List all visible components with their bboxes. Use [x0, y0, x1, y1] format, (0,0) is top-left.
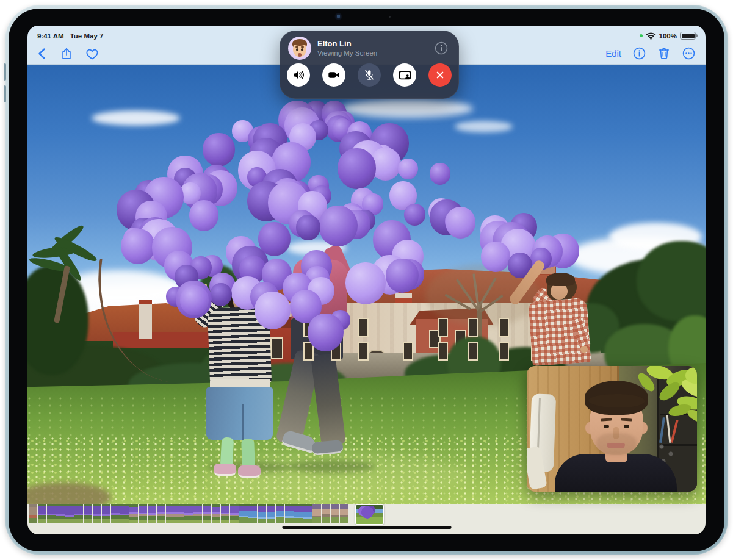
balloon: [308, 314, 344, 351]
balloon: [338, 148, 376, 189]
status-date: Tue May 7: [70, 32, 104, 40]
screen-share-icon: [398, 68, 412, 82]
facetime-info-button[interactable]: [433, 40, 449, 56]
balloon: [210, 283, 232, 306]
trash-icon: [657, 46, 671, 60]
ellipsis-circle-icon: [682, 46, 696, 60]
video-button[interactable]: [322, 63, 345, 87]
filmstrip-frame[interactable]: [276, 504, 284, 523]
filmstrip-frame[interactable]: [248, 504, 257, 523]
front-camera: [334, 13, 342, 21]
filmstrip-frame[interactable]: [29, 504, 37, 523]
kid2-hand: [580, 346, 588, 353]
pip-mouth: [607, 443, 625, 448]
filmstrip-frame[interactable]: [184, 504, 193, 523]
filmstrip-frame[interactable]: [111, 504, 120, 523]
back-button[interactable]: [36, 47, 48, 60]
filmstrip-frame[interactable]: [331, 504, 339, 523]
end-call-button[interactable]: [428, 63, 452, 87]
filmstrip-frame[interactable]: [322, 504, 330, 523]
info-button[interactable]: [632, 46, 646, 60]
heart-icon: [85, 47, 99, 60]
filmstrip-frame[interactable]: [267, 504, 275, 523]
filmstrip-frame[interactable]: [157, 504, 165, 523]
share-icon: [60, 46, 73, 61]
filmstrip-frame[interactable]: [139, 504, 147, 523]
filmstrip-frame[interactable]: [221, 504, 229, 523]
scrubber-frames: [29, 504, 348, 523]
filmstrip-frame[interactable]: [212, 504, 220, 523]
wifi-icon: [646, 32, 656, 40]
camera-in-use-indicator: [640, 34, 643, 37]
filmstrip-frame[interactable]: [203, 504, 211, 523]
filmstrip-frame[interactable]: [56, 504, 65, 523]
filmstrip-frame[interactable]: [65, 504, 74, 523]
volume-down-button: [4, 85, 6, 102]
memoji-eye: [296, 48, 298, 51]
caller-name: Elton Lin: [317, 39, 377, 49]
balloon: [398, 159, 418, 179]
delete-button[interactable]: [657, 46, 671, 60]
filmstrip-frame[interactable]: [239, 504, 248, 523]
favorite-button[interactable]: [85, 47, 99, 60]
pip-fringe: [588, 394, 645, 407]
memoji-brow: [301, 46, 304, 48]
status-time: 9:41 AM: [37, 32, 64, 40]
filmstrip-frame[interactable]: [47, 504, 56, 523]
speaker-button[interactable]: [287, 63, 310, 87]
screen-share-button[interactable]: [393, 63, 416, 87]
battery-icon: [680, 32, 696, 40]
filmstrip-frame[interactable]: [120, 504, 129, 523]
mic-slash-icon: [363, 68, 376, 82]
filmstrip-frame[interactable]: [148, 504, 156, 523]
balloon: [446, 207, 475, 239]
filmstrip-frame[interactable]: [74, 504, 83, 523]
filmstrip-frame[interactable]: [166, 504, 175, 523]
pip-video[interactable]: [527, 366, 697, 492]
screen: 9:41 AM Tue May 7: [27, 26, 706, 534]
filmstrip-frame[interactable]: [175, 504, 184, 523]
filmstrip-frame[interactable]: [285, 504, 294, 523]
memoji-mouth: [298, 53, 302, 57]
pip-eye: [604, 425, 609, 428]
filmstrip-frame[interactable]: [193, 504, 202, 523]
video-camera-icon: [327, 68, 341, 82]
balloon: [203, 133, 235, 167]
balloon: [404, 204, 425, 226]
filmstrip-frame[interactable]: [340, 504, 348, 523]
kid2-fringe: [546, 273, 575, 286]
facetime-controls-pill[interactable]: Elton Lin Viewing My Screen: [280, 31, 459, 99]
filmstrip-frame[interactable]: [84, 504, 92, 523]
info-circle-icon: [434, 41, 449, 56]
filmstrip-frame[interactable]: [294, 504, 303, 523]
balloon: [345, 262, 386, 304]
caller-status: Viewing My Screen: [317, 49, 377, 57]
balloon: [481, 242, 510, 272]
balloon: [386, 259, 419, 293]
edit-button[interactable]: Edit: [605, 48, 621, 59]
balloon: [255, 292, 291, 329]
filmstrip-frame[interactable]: [102, 504, 110, 523]
filmstrip-frame[interactable]: [303, 504, 312, 523]
filmstrip-frame[interactable]: [312, 504, 321, 523]
balloon: [180, 285, 209, 315]
memoji-eye: [301, 48, 303, 51]
memoji-brow: [295, 46, 298, 48]
filmstrip-frame[interactable]: [230, 504, 239, 523]
battery-percent: 100%: [659, 32, 677, 40]
memoji-avatar: [288, 37, 311, 60]
more-button[interactable]: [682, 46, 696, 60]
current-frame-thumb[interactable]: [355, 504, 384, 525]
filmstrip-frame[interactable]: [93, 504, 101, 523]
filmstrip-frame[interactable]: [258, 504, 266, 523]
filmstrip-frame[interactable]: [38, 504, 46, 523]
memoji-fringe: [293, 41, 306, 46]
volume-up-button: [4, 63, 6, 81]
home-indicator[interactable]: [282, 526, 451, 529]
filmstrip-frame[interactable]: [129, 504, 138, 523]
balloon: [189, 200, 218, 231]
video-scrubber: [27, 504, 706, 534]
mic-muted-button[interactable]: [358, 63, 381, 87]
share-button[interactable]: [60, 46, 73, 61]
pip-eye: [624, 425, 629, 428]
